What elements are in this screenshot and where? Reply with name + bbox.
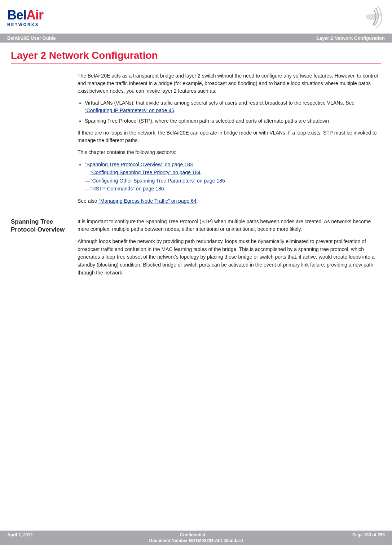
footer-row-main: April 2, 2012 Confidential Page 183 of 2… — [7, 532, 385, 537]
bullet-item-vlan: Virtual LANs (VLANs), that divide traffi… — [85, 99, 381, 114]
belair-logo: BelAir — [7, 9, 43, 22]
see-also-paragraph: See also “Managing Egress Node Traffic” … — [78, 197, 381, 205]
vlan-link[interactable]: “Configuring IP Parameters” on page 45 — [85, 107, 174, 113]
sub-link-priority: “Configuring Spanning Tree Priority” on … — [85, 168, 381, 176]
page-title: Layer 2 Network Configuration — [11, 50, 381, 63]
header-bar-right: Layer 2 Network Configuration — [317, 35, 385, 41]
header-bar-left: BelAir20E User Guide — [7, 35, 56, 41]
stp-section-label: Spanning Tree Protocol Overview — [11, 218, 74, 281]
stp-paragraph-1: It is important to configure the Spannin… — [78, 218, 381, 233]
see-also-link[interactable]: “Managing Egress Node Traffic” on page 6… — [98, 198, 196, 204]
header-logo-icon — [356, 4, 385, 31]
footer-date: April 2, 2012 — [7, 532, 33, 537]
bullet-item-stp: Spanning Tree Protocol (STP), where the … — [85, 117, 381, 125]
chapter-paragraph: This chapter contains the following sect… — [78, 149, 381, 156]
bullet-vlan-end: . — [174, 107, 176, 113]
sub-link-list: “Configuring Spanning Tree Priority” on … — [85, 168, 381, 193]
intro-sidebar — [11, 72, 74, 209]
link-stp-overview[interactable]: “Spanning Tree Protocol Overview” on pag… — [85, 162, 193, 167]
footer-doc-number: Document Number BDTM02201-A01 Standard — [149, 538, 243, 543]
see-also-prefix: See also — [78, 198, 98, 204]
intro-text: The BelAir20E acts as a transparent brid… — [74, 72, 381, 209]
logo-networks: NETWORKS — [7, 22, 43, 27]
footer-confidential: Confidential — [180, 532, 205, 537]
content-body: The BelAir20E acts as a transparent brid… — [11, 72, 381, 209]
logo-air: Air — [26, 8, 43, 22]
logo-bel: Bel — [7, 8, 26, 22]
main-content: Layer 2 Network Configuration The BelAir… — [0, 43, 392, 288]
stp-paragraph-2: Although loops benefit the network by pr… — [78, 238, 381, 277]
link-item-1: “Spanning Tree Protocol Overview” on pag… — [85, 161, 381, 193]
see-also-end: . — [197, 198, 198, 204]
intro-paragraph-1: The BelAir20E acts as a transparent brid… — [78, 72, 381, 95]
loop-paragraph: If there are no loops in the network, th… — [78, 129, 381, 144]
link-rstp[interactable]: “RSTP Commands” on page 186 — [91, 186, 164, 192]
bullet-vlan-text: Virtual LANs (VLANs), that divide traffi… — [85, 100, 354, 106]
stp-section: Spanning Tree Protocol Overview It is im… — [11, 218, 381, 281]
header-bar: BelAir20E User Guide Layer 2 Network Con… — [0, 34, 392, 43]
sub-link-rstp: “RSTP Commands” on page 186 — [85, 185, 381, 193]
section-links: “Spanning Tree Protocol Overview” on pag… — [85, 161, 381, 193]
top-header: BelAir NETWORKS — [0, 0, 392, 34]
logo-area: BelAir NETWORKS — [7, 9, 43, 27]
antenna-icon — [356, 4, 385, 30]
feature-list: Virtual LANs (VLANs), that divide traffi… — [85, 99, 381, 125]
stp-section-text: It is important to configure the Spannin… — [74, 218, 381, 281]
page-footer: April 2, 2012 Confidential Page 183 of 2… — [0, 531, 392, 545]
sub-link-params: “Configuring Other Spanning Tree Paramet… — [85, 177, 381, 185]
link-stp-params[interactable]: “Configuring Other Spanning Tree Paramet… — [91, 178, 225, 184]
svg-point-2 — [374, 13, 383, 16]
link-stp-priority[interactable]: “Configuring Spanning Tree Priority” on … — [91, 170, 201, 175]
footer-page: Page 183 of 255 — [352, 532, 385, 537]
